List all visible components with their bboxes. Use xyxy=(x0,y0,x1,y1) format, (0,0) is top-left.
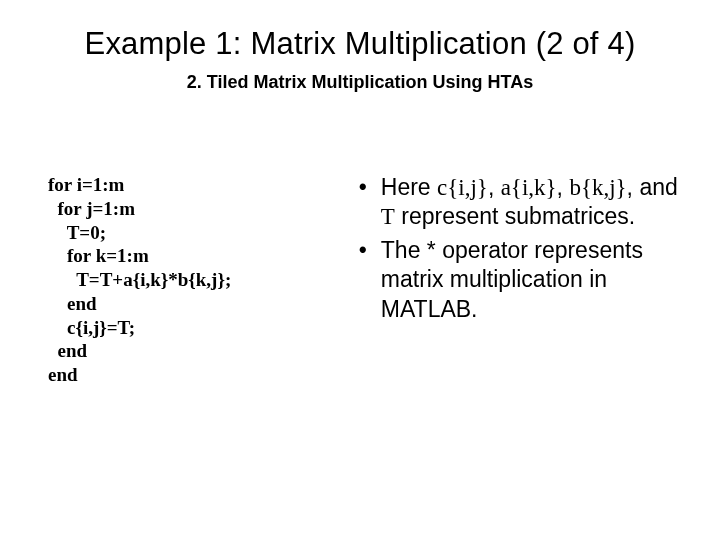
bullets-column: Here c{i,j}, a{i,k}, b{k,j}, and T repre… xyxy=(347,173,690,387)
slide-title: Example 1: Matrix Multiplication (2 of 4… xyxy=(30,26,690,62)
bullet-item-1: Here c{i,j}, a{i,k}, b{k,j}, and T repre… xyxy=(355,173,680,232)
slide: Example 1: Matrix Multiplication (2 of 4… xyxy=(0,0,720,540)
b1-pre: Here xyxy=(381,174,437,200)
b1-s1: , xyxy=(488,174,501,200)
b1-s2: , xyxy=(557,174,570,200)
slide-subtitle: 2. Tiled Matrix Multiplication Using HTA… xyxy=(30,72,690,93)
content-row: for i=1:m for j=1:m T=0; for k=1:m T=T+a… xyxy=(30,173,690,387)
b1-var-cij: c{i,j} xyxy=(437,175,488,200)
code-column: for i=1:m for j=1:m T=0; for k=1:m T=T+a… xyxy=(30,173,347,387)
b1-var-t: T xyxy=(381,204,395,229)
b1-s3: , and xyxy=(627,174,678,200)
b1-post: represent submatrices. xyxy=(395,203,635,229)
bullet-item-2: The * operator represents matrix multipl… xyxy=(355,236,680,324)
code-block: for i=1:m for j=1:m T=0; for k=1:m T=T+a… xyxy=(48,173,347,387)
b1-var-bkj: b{k,j} xyxy=(569,175,626,200)
b1-var-aik: a{i,k} xyxy=(501,175,557,200)
bullet-list: Here c{i,j}, a{i,k}, b{k,j}, and T repre… xyxy=(355,173,680,324)
